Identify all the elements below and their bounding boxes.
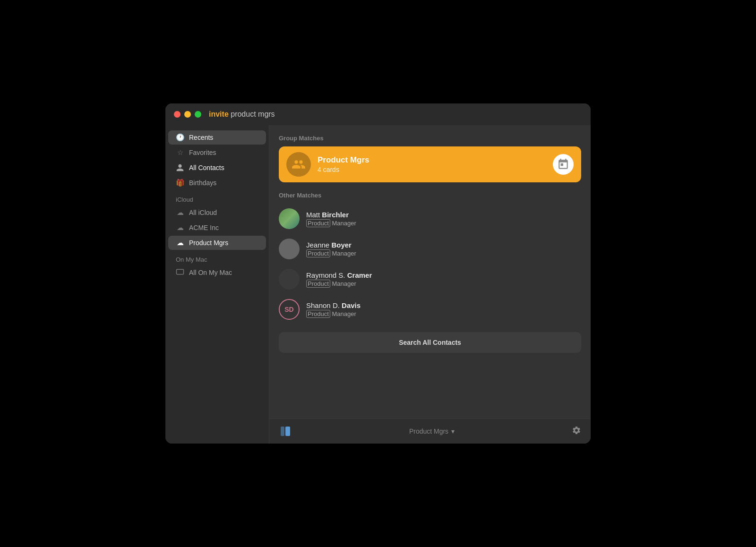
contact-name-shanon: Shanon D. Davis [306,301,361,309]
contact-item-matt-birchler[interactable]: Matt Birchler Product Manager [279,204,581,234]
sidebar-item-label: Product Mgrs [189,239,228,247]
sidebar-item-all-icloud[interactable]: ☁ All iCloud [168,205,266,220]
contact-title-raymond: Product Manager [306,280,372,287]
cloud-icon: ☁ [176,223,184,232]
contact-item-jeanne-boyer[interactable]: Jeanne Boyer Product Manager [279,234,581,264]
app-window: invite product mgrs 🕐 Recents ☆ Favorite… [165,103,591,444]
svg-rect-2 [285,427,290,436]
maximize-button[interactable] [195,111,201,118]
contact-name-raymond: Raymond S. Cramer [306,271,372,279]
svg-rect-0 [177,269,184,274]
contact-name-matt: Matt Birchler [306,211,356,219]
on-my-mac-section-label: On My Mac [165,250,269,265]
settings-gear-icon[interactable] [572,426,581,437]
contact-info-jeanne: Jeanne Boyer Product Manager [306,241,356,257]
sidebar-item-recents[interactable]: 🕐 Recents [168,130,266,145]
chevron-down-icon: ▾ [451,427,455,435]
group-name: Product Mgrs [318,155,553,165]
contact-title-jeanne: Product Manager [306,250,356,257]
all-contacts-icon [176,163,184,172]
title-invite: invite [209,110,229,118]
sidebar-item-acme-inc[interactable]: ☁ ACME Inc [168,221,266,235]
group-match-card[interactable]: Product Mgrs 4 cards [279,146,581,182]
contact-item-shanon-davis[interactable]: SD Shanon D. Davis Product Manager [279,294,581,325]
group-avatar [286,152,311,177]
group-info: Product Mgrs 4 cards [318,155,553,173]
svg-rect-1 [281,427,284,436]
group-calendar-icon [553,154,574,175]
search-results: Group Matches Product Mgrs 4 cards [269,125,591,419]
sidebar-item-label: All iCloud [189,209,217,216]
minimize-button[interactable] [184,111,191,118]
contact-title-shanon: Product Manager [306,310,361,317]
sidebar-item-label: ACME Inc [189,224,219,231]
mac-icon [176,268,184,277]
sidebar-item-birthdays[interactable]: 🎁 Birthdays [168,176,266,190]
contact-item-raymond-cramer[interactable]: Raymond S. Cramer Product Manager [279,264,581,294]
contact-avatar-shanon: SD [279,299,300,320]
other-matches-header: Other Matches [279,192,581,199]
titlebar: invite product mgrs [165,103,591,125]
contact-avatar-jeanne [279,239,300,259]
contact-info-raymond: Raymond S. Cramer Product Manager [306,271,372,287]
sidebar-item-product-mgrs[interactable]: ☁ Product Mgrs [168,236,266,250]
contact-info-shanon: Shanon D. Davis Product Manager [306,301,361,317]
group-count: 4 cards [318,166,553,173]
favorites-icon: ☆ [176,148,184,157]
bottom-label: Product Mgrs [409,427,448,435]
title-rest: product mgrs [229,110,275,118]
contact-info-matt: Matt Birchler Product Manager [306,211,356,227]
main-content: 🕐 Recents ☆ Favorites All Contacts 🎁 Bir… [165,125,591,444]
sidebar-item-label: Favorites [189,149,216,156]
sidebar-item-label: Birthdays [189,179,216,187]
sidebar: 🕐 Recents ☆ Favorites All Contacts 🎁 Bir… [165,125,269,444]
icloud-section-label: iCloud [165,190,269,205]
sidebar-item-all-contacts[interactable]: All Contacts [168,161,266,175]
window-title: invite product mgrs [209,110,275,119]
bottom-bar-left [279,425,292,438]
birthdays-icon: 🎁 [176,179,184,187]
traffic-lights [174,111,201,118]
recents-icon: 🕐 [176,133,184,142]
sidebar-item-label: All On My Mac [189,269,232,276]
sidebar-item-favorites[interactable]: ☆ Favorites [168,145,266,160]
content-area: Group Matches Product Mgrs 4 cards [269,125,591,444]
groups-sidebar-toggle-icon[interactable] [279,425,292,438]
search-all-contacts-button[interactable]: Search All Contacts [279,332,581,353]
contact-avatar-matt [279,208,300,229]
group-matches-header: Group Matches [279,135,581,142]
cloud-icon: ☁ [176,208,184,217]
bottom-bar: Product Mgrs ▾ [269,419,591,444]
sidebar-item-label: All Contacts [189,164,224,171]
contact-name-jeanne: Jeanne Boyer [306,241,356,249]
sidebar-item-label: Recents [189,134,213,141]
contact-title-matt: Product Manager [306,220,356,227]
contact-avatar-raymond [279,269,300,290]
close-button[interactable] [174,111,180,118]
sidebar-item-all-on-my-mac[interactable]: All On My Mac [168,265,266,280]
bottom-center[interactable]: Product Mgrs ▾ [409,427,455,435]
cloud-icon: ☁ [176,239,184,247]
